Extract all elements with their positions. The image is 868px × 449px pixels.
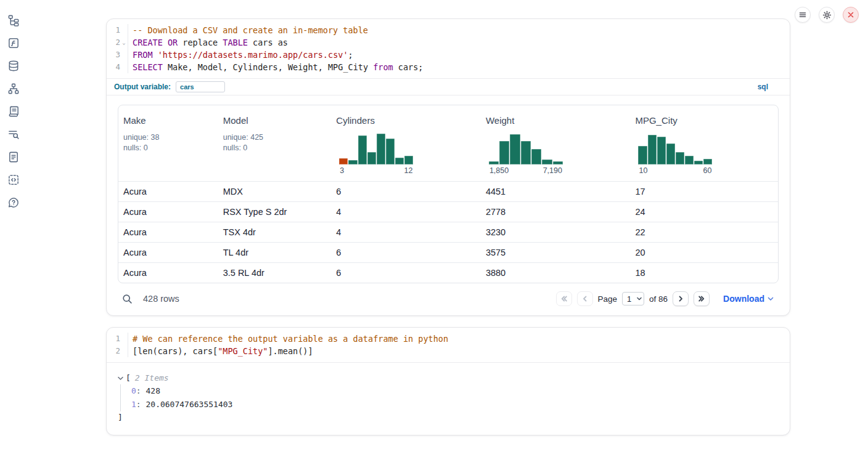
- table-cell: TSX 4dr: [218, 227, 332, 237]
- search-icon[interactable]: [122, 294, 133, 304]
- table-cell: Acura: [118, 268, 218, 278]
- fold-gutter: [120, 333, 128, 345]
- logs-icon[interactable]: [7, 127, 20, 140]
- sql-code-editor[interactable]: 1-- Download a CSV and create an in-memo…: [107, 19, 790, 78]
- output-variable-row: Output variable: sql: [107, 78, 790, 95]
- fold-gutter: [120, 345, 128, 357]
- help-icon[interactable]: [7, 196, 20, 209]
- tree-item-colon: :: [136, 386, 146, 395]
- file-explorer-icon[interactable]: [7, 14, 20, 26]
- menu-button[interactable]: [795, 7, 811, 23]
- histogram-bar: [510, 134, 520, 164]
- previous-page-button[interactable]: [577, 291, 593, 306]
- outline-icon[interactable]: [7, 105, 20, 118]
- tree-item-key: 0: [131, 386, 136, 395]
- variables-icon[interactable]: [7, 36, 20, 49]
- column-header[interactable]: MPG_City1060: [630, 105, 778, 181]
- table-row[interactable]: AcuraRSX Type S 2dr4277824: [118, 201, 778, 222]
- row-count: 428 rows: [143, 294, 179, 304]
- pagination: Page 1 of 86: [556, 291, 710, 306]
- tree-item: 1: 20.060747663551403: [131, 398, 779, 411]
- tree-item-colon: :: [136, 400, 146, 409]
- tree-header: [ 2 Items: [118, 372, 779, 384]
- close-bracket: ]: [118, 411, 779, 424]
- histogram-bars: [489, 132, 563, 164]
- token-keyword: from: [373, 62, 393, 72]
- code-line[interactable]: 4SELECT Make, Model, Cylinders, Weight, …: [107, 61, 790, 73]
- histogram-axis-labels: 1,8507,190: [489, 166, 563, 175]
- column-stat: nulls: 0: [223, 143, 327, 153]
- table-cell: RSX Type S 2dr: [218, 207, 332, 217]
- histogram-bar: [489, 161, 499, 164]
- settings-button[interactable]: [819, 7, 835, 23]
- line-number: 1: [107, 24, 120, 36]
- histogram-bar: [553, 161, 563, 164]
- table-row[interactable]: AcuraMDX6445117: [118, 181, 778, 201]
- token-keyword: FROM: [133, 50, 153, 60]
- token-keyword: CREATE OR: [133, 38, 178, 47]
- fold-gutter: [120, 49, 128, 61]
- download-button[interactable]: Download: [723, 294, 774, 304]
- histogram-bar: [499, 141, 509, 164]
- table-cell: 24: [630, 207, 778, 217]
- python-code-editor[interactable]: 1# We can reference the output variable …: [107, 328, 790, 363]
- code-line[interactable]: 2[len(cars), cars["MPG_City"].mean()]: [107, 345, 790, 357]
- column-header[interactable]: Cylinders312: [331, 105, 481, 181]
- output-variable-input[interactable]: [176, 81, 225, 92]
- column-histogram: 312: [339, 132, 413, 175]
- code-text: -- Download a CSV and create an in-memor…: [128, 24, 368, 36]
- datasources-icon[interactable]: [7, 59, 20, 72]
- token-plain: cars;: [393, 62, 424, 72]
- histogram-bar: [521, 141, 531, 164]
- table-footer: 428 rows Page 1 of 86: [107, 283, 790, 315]
- column-header[interactable]: Makeunique: 38nulls: 0: [118, 105, 218, 181]
- table-cell: 6: [331, 248, 481, 257]
- tree-item-value: 20.060747663551403: [145, 400, 232, 409]
- last-page-button[interactable]: [694, 291, 710, 306]
- code-line[interactable]: 2⌄CREATE OR replace TABLE cars as: [107, 36, 790, 49]
- table-cell: 6: [331, 187, 481, 196]
- download-label: Download: [723, 294, 764, 304]
- page-select[interactable]: 1: [622, 292, 644, 305]
- histogram-axis-labels: 1060: [638, 166, 712, 175]
- histogram-bar: [542, 160, 552, 164]
- table-cell: 2778: [481, 207, 631, 217]
- first-page-button[interactable]: [556, 291, 572, 306]
- histogram-bar: [348, 160, 357, 164]
- histogram-bars: [638, 132, 712, 164]
- tree-item: 0: 428: [131, 384, 779, 398]
- token-keyword: TABLE: [223, 38, 248, 47]
- collapse-chevron-icon[interactable]: [118, 376, 123, 381]
- shutdown-button[interactable]: [843, 7, 859, 23]
- table-cell: 3880: [481, 268, 631, 278]
- table-cell: TL 4dr: [218, 248, 332, 257]
- dependency-graph-icon[interactable]: [7, 82, 20, 95]
- line-number: 4: [107, 61, 120, 73]
- token-plain: ].mean()]: [268, 346, 313, 356]
- column-header[interactable]: Weight1,8507,190: [481, 105, 631, 181]
- code-text: FROM 'https://datasets.marimo.app/cars.c…: [128, 49, 353, 61]
- code-line[interactable]: 1-- Download a CSV and create an in-memo…: [107, 24, 790, 36]
- fold-chevron-icon[interactable]: ⌄: [120, 36, 128, 49]
- page-select-wrap: 1: [622, 292, 644, 305]
- line-number: 1: [107, 333, 120, 345]
- table-row[interactable]: AcuraTL 4dr6357520: [118, 242, 778, 262]
- column-stat: unique: 425: [223, 132, 327, 143]
- token-plain: ;: [348, 50, 353, 60]
- output-variable-label: Output variable:: [114, 83, 171, 91]
- next-page-button[interactable]: [673, 291, 689, 306]
- documentation-icon[interactable]: [7, 150, 20, 163]
- histogram-bar: [694, 161, 703, 164]
- code-line[interactable]: 1# We can reference the output variable …: [107, 333, 790, 345]
- token-comment: -- Download a CSV and create an in-memor…: [133, 25, 368, 35]
- column-header[interactable]: Modelunique: 425nulls: 0: [218, 105, 332, 181]
- histogram-bar: [648, 135, 657, 164]
- table-row[interactable]: Acura3.5 RL 4dr6388018: [118, 262, 778, 283]
- snippets-icon[interactable]: [7, 173, 20, 186]
- token-plain: [len(cars), cars[: [133, 346, 218, 356]
- language-badge: sql: [758, 83, 768, 91]
- table-row[interactable]: AcuraTSX 4dr4323022: [118, 222, 778, 242]
- axis-min-label: 1,850: [489, 166, 509, 175]
- code-line[interactable]: 3FROM 'https://datasets.marimo.app/cars.…: [107, 49, 790, 61]
- column-histogram: 1,8507,190: [489, 132, 563, 175]
